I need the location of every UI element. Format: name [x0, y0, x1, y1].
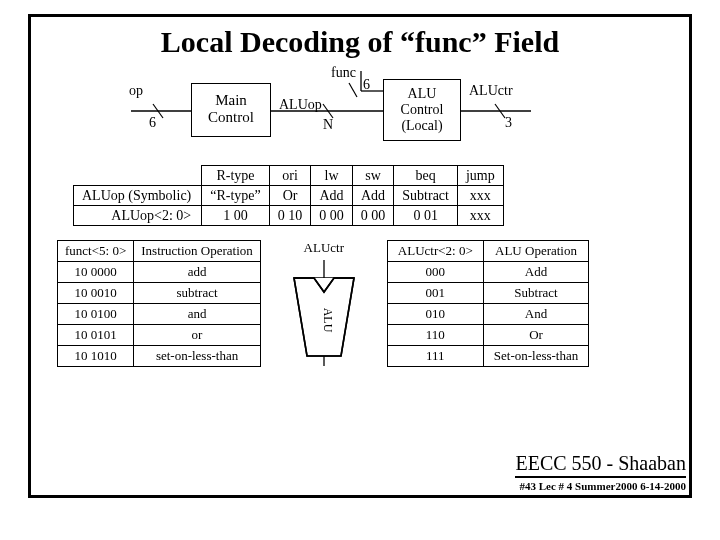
op-label: op	[129, 83, 143, 99]
main-control-text: Main Control	[208, 92, 254, 125]
diagram-wires	[91, 71, 651, 163]
t1-cell: 0 10	[269, 206, 311, 226]
t1-cell: Or	[269, 186, 311, 206]
t3-head: ALU Operation	[483, 241, 588, 262]
t2-cell: 10 0100	[58, 304, 134, 325]
aluop-width: N	[323, 117, 333, 133]
t1-rowhead: ALUop<2: 0>	[74, 206, 202, 226]
t3-cell: 110	[387, 325, 483, 346]
t2-cell: 10 0000	[58, 262, 134, 283]
aluctr-label: ALUctr	[469, 83, 513, 99]
t2-cell: or	[134, 325, 261, 346]
slide-meta: #43 Lec # 4 Summer2000 6-14-2000	[515, 480, 686, 492]
t1-cell: Add	[311, 186, 353, 206]
t3-cell: 001	[387, 283, 483, 304]
t1-col: R-type	[202, 166, 270, 186]
t2-cell: set-on-less-than	[134, 346, 261, 367]
alu-control-box: ALU Control (Local)	[383, 79, 461, 141]
t1-cell: 0 00	[311, 206, 353, 226]
t3-cell: Subtract	[483, 283, 588, 304]
t2-cell: 10 0010	[58, 283, 134, 304]
alu-top-label: ALUctr	[279, 240, 369, 256]
t2-cell: 10 0101	[58, 325, 134, 346]
t1-col: beq	[394, 166, 458, 186]
t3-head: ALUctr<2: 0>	[387, 241, 483, 262]
t1-cell: Subtract	[394, 186, 458, 206]
t3-cell: Set-on-less-than	[483, 346, 588, 367]
t2-cell: and	[134, 304, 261, 325]
t1-cell: 0 00	[352, 206, 394, 226]
t1-col: ori	[269, 166, 311, 186]
bottom-row: funct<5: 0> Instruction Operation 10 000…	[57, 240, 689, 370]
aluctr-table: ALUctr<2: 0> ALU Operation 000Add 001Sub…	[387, 240, 589, 367]
t2-cell: subtract	[134, 283, 261, 304]
t3-cell: 111	[387, 346, 483, 367]
main-control-box: Main Control	[191, 83, 271, 137]
t1-cell: 1 00	[202, 206, 270, 226]
t3-cell: Or	[483, 325, 588, 346]
t1-rowhead: ALUop (Symbolic)	[74, 186, 202, 206]
alu-shape-icon: ALU	[279, 256, 369, 366]
t1-col: lw	[311, 166, 353, 186]
page-title: Local Decoding of “func” Field	[31, 25, 689, 59]
t3-cell: 000	[387, 262, 483, 283]
t1-cell: 0 01	[394, 206, 458, 226]
footer: EECC 550 - Shaaban #43 Lec # 4 Summer200…	[515, 452, 686, 492]
t2-cell: add	[134, 262, 261, 283]
block-diagram: op 6 Main Control func 6 ALUop N ALU Con…	[91, 71, 689, 163]
alu-control-text: ALU Control (Local)	[401, 86, 444, 133]
alu-symbol: ALUctr ALU	[279, 240, 369, 370]
aluctr-width: 3	[505, 115, 512, 131]
t1-col: jump	[457, 166, 503, 186]
t2-head: Instruction Operation	[134, 241, 261, 262]
t1-cell: xxx	[457, 186, 503, 206]
t1-cell: Add	[352, 186, 394, 206]
t2-head: funct<5: 0>	[58, 241, 134, 262]
aluop-label: ALUop	[279, 97, 322, 113]
slide-frame: Local Decoding of “func” Field op 6 Main…	[28, 14, 692, 498]
t1-cell: xxx	[457, 206, 503, 226]
aluop-decoding-table: R-type ori lw sw beq jump ALUop (Symboli…	[73, 165, 504, 226]
svg-line-6	[349, 83, 357, 97]
t1-cell: “R-type”	[202, 186, 270, 206]
course-label: EECC 550 - Shaaban	[515, 452, 686, 478]
t3-cell: And	[483, 304, 588, 325]
t1-col: sw	[352, 166, 394, 186]
alu-inner-label: ALU	[321, 308, 335, 333]
t2-cell: 10 1010	[58, 346, 134, 367]
func-label: func	[331, 65, 356, 81]
t3-cell: Add	[483, 262, 588, 283]
op-width: 6	[149, 115, 156, 131]
funct-table: funct<5: 0> Instruction Operation 10 000…	[57, 240, 261, 367]
func-width: 6	[363, 77, 370, 93]
t3-cell: 010	[387, 304, 483, 325]
